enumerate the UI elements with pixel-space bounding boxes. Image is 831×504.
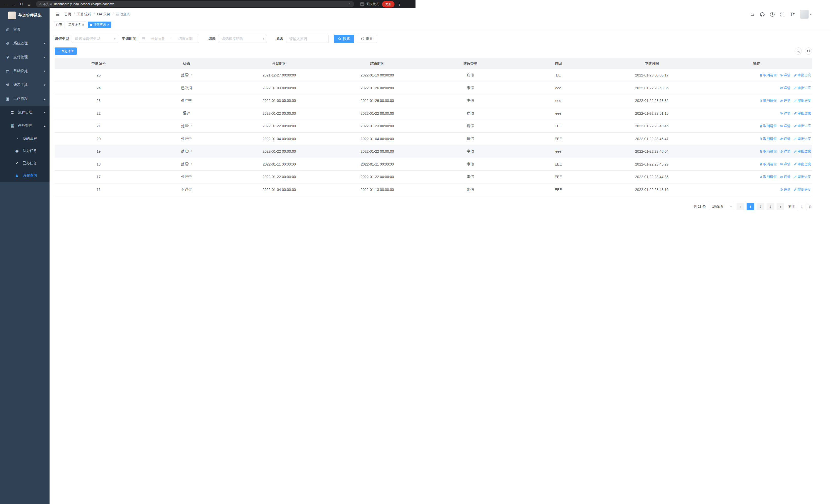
table-header-row: 申请编号 状态 开始时间 结束时间 请假类型 原因 申请时间 操作 (55, 58, 416, 69)
breadcrumb-item[interactable]: 首页 (64, 12, 71, 17)
user-icon: ♟ (15, 173, 20, 178)
sidebar-item-devtools[interactable]: ⚒ 研发工具 ▾ (0, 78, 50, 92)
col-start-time: 开始时间 (230, 58, 328, 69)
workflow-submenu: ≣ 流程管理 ▾ ▦ 任务管理 ▴ ◔ 我的流程 ◉ 待办任务 ✔ 已办任务 ♟ (0, 106, 50, 182)
tab-leave-query[interactable]: 请假查询 × (88, 22, 111, 28)
forward-icon[interactable]: → (10, 1, 17, 7)
sidebar-item-task-management[interactable]: ▦ 任务管理 ▴ (0, 119, 50, 132)
col-apply-id: 申请编号 (55, 58, 142, 69)
bookmark-star-icon[interactable]: ☆ (348, 2, 351, 6)
end-date-placeholder: 结束日期 (174, 36, 196, 41)
search-button[interactable]: 搜索 (334, 35, 354, 43)
update-button[interactable]: 更新 (382, 1, 395, 7)
table-row[interactable]: 18处理中2022-01-11 00:00:002022-01-11 00:00… (55, 158, 416, 171)
chevron-up-icon: ▴ (44, 124, 46, 127)
chat-icon: ◔ (15, 137, 20, 141)
breadcrumb-item-current: 请假查询 (110, 12, 130, 17)
home-icon[interactable]: ⌂ (26, 1, 32, 7)
breadcrumb-item[interactable]: OA 示例 (91, 12, 110, 17)
monitor-icon: ▤ (5, 69, 10, 73)
main-area: ☰ 首页 工作流程 OA 示例 请假查询 ? TT ▾ (50, 8, 416, 252)
tag-view-bar: 首页 流程详情 × 请假查询 × (50, 21, 416, 29)
chevron-down-icon: ▾ (44, 111, 46, 114)
app-logo[interactable]: 芋道管理系统 (0, 8, 50, 23)
table-row[interactable]: 23处理中2022-01-03 00:00:002022-01-26 00:00… (55, 94, 416, 107)
top-bar: ☰ 首页 工作流程 OA 示例 请假查询 ? TT ▾ (50, 8, 416, 21)
apply-time-range-picker[interactable]: 开始日期 - 结束日期 (139, 35, 199, 43)
url-text: dashboard.yudao.iocoder.cn/bpm/oa/leave (54, 2, 346, 6)
tab-process-detail[interactable]: 流程详情 × (66, 22, 86, 28)
table-body: 25处理中2021-12-27 00:00:002022-01-19 00:00… (55, 69, 416, 196)
sidebar-item-done-tasks[interactable]: ✔ 已办任务 (0, 157, 50, 169)
process-icon: ≣ (10, 110, 15, 115)
chevron-down-icon: ▾ (44, 42, 46, 45)
tools-icon: ⚒ (5, 83, 10, 87)
logo-image (8, 11, 16, 19)
table-row[interactable]: 22通过2022-01-22 00:00:002022-01-22 00:00:… (55, 107, 416, 120)
breadcrumb: 首页 工作流程 OA 示例 请假查询 (64, 12, 130, 17)
close-icon[interactable]: × (82, 23, 84, 26)
leave-type-label: 请假类型 (55, 36, 69, 41)
breadcrumb-item[interactable]: 工作流程 (71, 12, 91, 17)
sidebar-item-leave-query[interactable]: ♟ 请假查询 (0, 169, 50, 182)
chevron-down-icon: ▾ (44, 83, 46, 87)
eye-icon: ◉ (15, 149, 20, 153)
incognito-badge: 无痕模式 (360, 2, 379, 6)
chevron-down-icon: ▾ (114, 37, 115, 40)
warning-icon: ⚠ (39, 2, 42, 6)
yen-icon: ¥ (5, 55, 10, 60)
result-label: 结果 (208, 36, 216, 41)
col-status: 状态 (142, 58, 230, 69)
sidebar: 芋道管理系统 ◎ 首页 ⚙ 系统管理 ▾ ¥ 支付管理 ▾ ▤ 基础设施 ▾ ⚒… (0, 8, 50, 252)
filter-form: 请假类型 请选择请假类型 ▾ 申请时间 开始日期 - 结束日期 结果 请选择流结 (55, 35, 416, 43)
table-row[interactable]: 17处理中2022-01-22 00:00:002022-01-22 00:00… (55, 171, 416, 183)
table-toolbar: + 发起请假 (55, 48, 416, 55)
col-end-time: 结束时间 (328, 58, 416, 69)
sidebar-item-process-management[interactable]: ≣ 流程管理 ▾ (0, 106, 50, 119)
leave-table: 申请编号 状态 开始时间 结束时间 请假类型 原因 申请时间 操作 25处理中2… (55, 58, 416, 196)
table-row[interactable]: 20处理中2022-01-04 00:00:002022-01-04 00:00… (55, 132, 416, 145)
active-dot (90, 24, 92, 26)
sidebar-item-workflow[interactable]: ▣ 工作流程 ▴ (0, 92, 50, 106)
task-management-group: ◔ 我的流程 ◉ 待办任务 ✔ 已办任务 ♟ 请假查询 (0, 132, 50, 182)
reason-label: 原因 (276, 36, 283, 41)
result-select[interactable]: 请选择流结果 ▾ (218, 35, 267, 43)
reset-button[interactable]: 重置 (357, 35, 377, 43)
app-title: 芋道管理系统 (19, 13, 41, 18)
chevron-up-icon: ▴ (44, 97, 46, 100)
plus-icon: + (58, 49, 60, 53)
sidebar-item-infrastructure[interactable]: ▤ 基础设施 ▾ (0, 64, 50, 78)
table-row[interactable]: 19处理中2022-01-22 00:00:002022-01-22 00:00… (55, 145, 416, 158)
collapse-sidebar-icon[interactable]: ☰ (53, 12, 62, 17)
reload-icon[interactable]: ↻ (18, 1, 25, 7)
browser-menu-icon[interactable]: ⋮ (397, 2, 402, 6)
table-row[interactable]: 16不通过2022-01-04 00:00:002022-01-13 00:00… (55, 183, 416, 196)
sidebar-item-my-process[interactable]: ◔ 我的流程 (0, 132, 50, 145)
sidebar-item-todo-tasks[interactable]: ◉ 待办任务 (0, 145, 50, 157)
reason-input[interactable] (289, 37, 325, 41)
table-row[interactable]: 24已取消2022-01-03 00:00:002022-01-26 00:00… (55, 82, 416, 94)
table-row[interactable]: 21处理中2022-01-22 00:00:002022-01-23 00:00… (55, 120, 416, 133)
create-leave-button[interactable]: + 发起请假 (55, 48, 77, 55)
gear-icon: ⚙ (5, 41, 10, 46)
sidebar-item-payment[interactable]: ¥ 支付管理 ▾ (0, 50, 50, 64)
tab-home[interactable]: 首页 (54, 22, 64, 28)
back-icon[interactable]: ← (3, 1, 9, 7)
url-bar[interactable]: ⚠ 不安全 dashboard.yudao.iocoder.cn/bpm/oa/… (36, 1, 354, 7)
calendar-icon (142, 37, 145, 40)
security-warning[interactable]: ⚠ 不安全 (39, 2, 52, 6)
close-icon[interactable]: × (107, 23, 109, 26)
chevron-down-icon: ▾ (262, 37, 264, 40)
page-content: 请假类型 请选择请假类型 ▾ 申请时间 开始日期 - 结束日期 结果 请选择流结 (50, 35, 416, 210)
workflow-icon: ▣ (5, 96, 10, 101)
chevron-down-icon: ▾ (44, 69, 46, 73)
reason-input-wrap (286, 35, 329, 43)
browser-chrome: ← → ↻ ⌂ ⚠ 不安全 dashboard.yudao.iocoder.cn… (0, 0, 416, 8)
table-row[interactable]: 25处理中2021-12-27 00:00:002022-01-19 00:00… (55, 69, 416, 82)
leave-type-select[interactable]: 请选择请假类型 ▾ (71, 35, 118, 43)
dashboard-icon: ◎ (5, 27, 10, 32)
search-icon (338, 37, 341, 40)
sidebar-item-home[interactable]: ◎ 首页 (0, 23, 50, 36)
chevron-down-icon: ▾ (44, 56, 46, 59)
sidebar-item-system[interactable]: ⚙ 系统管理 ▾ (0, 36, 50, 50)
